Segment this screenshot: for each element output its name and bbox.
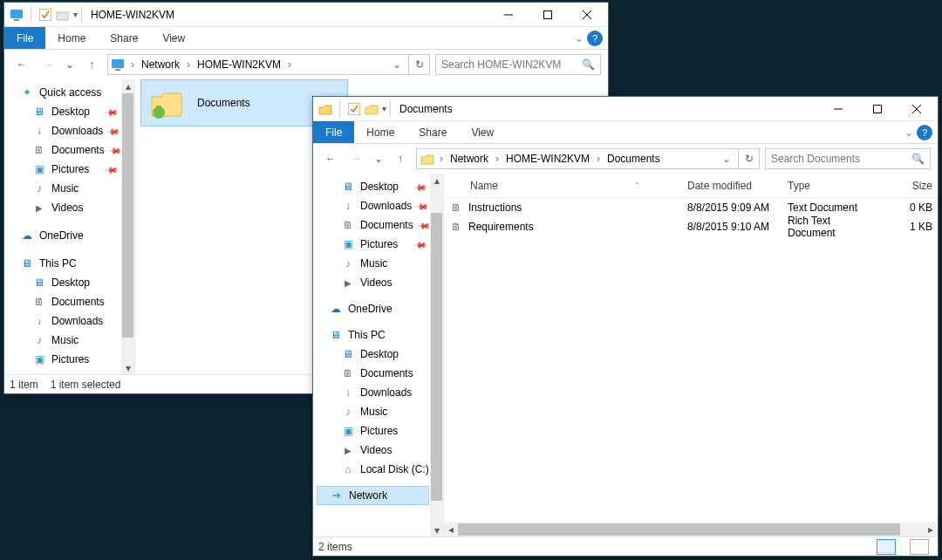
- nav-videos[interactable]: Videos: [8, 198, 134, 217]
- nav-desktop[interactable]: Desktop📌: [317, 177, 443, 196]
- scroll-thumb[interactable]: [431, 213, 442, 501]
- close-button[interactable]: [567, 3, 606, 27]
- title-bar[interactable]: ▾ HOME-WIN2KVM: [4, 3, 608, 27]
- nav-pc-music[interactable]: Music: [317, 402, 443, 421]
- nav-videos[interactable]: Videos: [317, 273, 443, 292]
- nav-pictures[interactable]: Pictures📌: [317, 235, 443, 254]
- horizontal-scrollbar[interactable]: ◂ ▸: [444, 522, 938, 536]
- nav-music[interactable]: Music: [317, 254, 443, 273]
- scroll-right-icon[interactable]: ▸: [924, 522, 938, 536]
- refresh-button[interactable]: ↻: [739, 148, 760, 169]
- title-bar[interactable]: ▾ Documents: [313, 97, 938, 121]
- chevron-right-icon[interactable]: ›: [438, 153, 445, 165]
- nav-pc-documents[interactable]: Documents: [8, 292, 134, 311]
- nav-documents[interactable]: Documents📌: [8, 140, 134, 160]
- column-name[interactable]: Nameˆ: [444, 180, 682, 192]
- ribbon-expand-icon[interactable]: ⌄: [571, 27, 587, 49]
- up-button[interactable]: ↑: [390, 148, 411, 169]
- forward-button[interactable]: →: [346, 148, 367, 169]
- nav-pc-downloads[interactable]: Downloads: [317, 383, 443, 402]
- new-folder-icon[interactable]: [56, 8, 70, 22]
- address-dropdown-icon[interactable]: ⌄: [719, 153, 734, 165]
- qat-dropdown-icon[interactable]: ▾: [382, 104, 386, 113]
- column-type[interactable]: Type: [782, 180, 885, 192]
- tab-view[interactable]: View: [459, 121, 506, 143]
- search-input[interactable]: Search HOME-WIN2KVM 🔍: [435, 54, 601, 75]
- scroll-thumb[interactable]: [122, 93, 133, 338]
- qat-dropdown-icon[interactable]: ▾: [73, 10, 78, 19]
- address-bar[interactable]: › Network › HOME-WIN2KVM › Documents ⌄: [416, 148, 739, 169]
- column-size[interactable]: Size: [885, 180, 938, 192]
- nav-pc-videos[interactable]: Videos: [317, 440, 443, 460]
- chevron-right-icon[interactable]: ›: [185, 58, 192, 71]
- maximize-button[interactable]: [857, 97, 897, 121]
- chevron-right-icon[interactable]: ›: [286, 58, 293, 71]
- nav-quick-access[interactable]: Quick access: [8, 83, 134, 102]
- nav-pc-documents[interactable]: Documents: [317, 364, 443, 383]
- nav-downloads[interactable]: Downloads📌: [317, 196, 443, 215]
- nav-desktop[interactable]: Desktop📌: [8, 102, 134, 121]
- nav-pc-pictures[interactable]: Pictures: [317, 421, 443, 440]
- help-button[interactable]: ?: [917, 125, 932, 140]
- nav-pc-pictures[interactable]: Pictures: [8, 350, 134, 369]
- back-button[interactable]: ←: [11, 54, 32, 75]
- back-button[interactable]: ←: [320, 148, 341, 169]
- nav-network[interactable]: Network: [317, 486, 429, 505]
- tab-file[interactable]: File: [313, 121, 354, 143]
- refresh-button[interactable]: ↻: [409, 54, 430, 75]
- nav-music[interactable]: Music: [8, 179, 134, 198]
- scroll-up-icon[interactable]: ▴: [121, 79, 134, 92]
- search-input[interactable]: Search Documents 🔍: [765, 148, 931, 169]
- minimize-button[interactable]: [488, 3, 528, 27]
- nav-pictures[interactable]: Pictures📌: [8, 160, 134, 179]
- tab-view[interactable]: View: [150, 27, 197, 49]
- new-folder-icon[interactable]: [365, 102, 379, 116]
- crumb-host[interactable]: HOME-WIN2KVM: [504, 153, 591, 165]
- help-button[interactable]: ?: [587, 31, 603, 46]
- maximize-button[interactable]: [528, 3, 567, 27]
- scroll-thumb[interactable]: [458, 523, 900, 536]
- chevron-right-icon[interactable]: ›: [494, 153, 501, 165]
- nav-onedrive[interactable]: OneDrive: [317, 299, 443, 318]
- nav-local-disk[interactable]: Local Disk (C:): [317, 460, 443, 479]
- address-dropdown-icon[interactable]: ⌄: [389, 58, 405, 71]
- nav-this-pc[interactable]: This PC: [8, 254, 134, 273]
- tab-home[interactable]: Home: [45, 27, 98, 49]
- scrollbar[interactable]: ▴ ▾: [121, 79, 134, 374]
- forward-button[interactable]: →: [38, 54, 58, 75]
- scroll-down-icon[interactable]: ▾: [121, 361, 134, 374]
- column-date[interactable]: Date modified: [682, 180, 782, 192]
- minimize-button[interactable]: [818, 97, 857, 121]
- tab-file[interactable]: File: [4, 27, 45, 49]
- tab-share[interactable]: Share: [98, 27, 150, 49]
- crumb-folder[interactable]: Documents: [605, 153, 662, 165]
- nav-pc-music[interactable]: Music: [8, 331, 134, 350]
- crumb-network[interactable]: Network: [140, 58, 181, 71]
- file-row[interactable]: Requirements8/8/2015 9:10 AMRich Text Do…: [444, 217, 938, 236]
- details-view-button[interactable]: [877, 539, 896, 555]
- nav-downloads[interactable]: Downloads📌: [8, 121, 134, 140]
- scroll-down-icon[interactable]: ▾: [430, 523, 443, 536]
- address-bar[interactable]: › Network › HOME-WIN2KVM › ⌄: [107, 54, 409, 75]
- crumb-host[interactable]: HOME-WIN2KVM: [195, 58, 283, 71]
- nav-pc-downloads[interactable]: Downloads: [8, 311, 134, 331]
- scroll-left-icon[interactable]: ◂: [444, 522, 458, 536]
- scroll-up-icon[interactable]: ▴: [430, 174, 443, 187]
- crumb-network[interactable]: Network: [448, 153, 490, 165]
- chevron-right-icon[interactable]: ›: [129, 58, 136, 71]
- tab-share[interactable]: Share: [406, 121, 459, 143]
- ribbon-expand-icon[interactable]: ⌄: [901, 121, 917, 143]
- properties-icon[interactable]: [38, 8, 52, 22]
- up-button[interactable]: ↑: [81, 54, 102, 75]
- close-button[interactable]: [897, 97, 936, 121]
- tab-home[interactable]: Home: [354, 121, 406, 143]
- large-icons-view-button[interactable]: [910, 539, 929, 555]
- properties-icon[interactable]: [347, 102, 361, 116]
- recent-dropdown-icon[interactable]: ⌄: [64, 54, 76, 75]
- chevron-right-icon[interactable]: ›: [595, 153, 602, 165]
- nav-onedrive[interactable]: OneDrive: [8, 226, 134, 245]
- nav-documents[interactable]: Documents📌: [317, 215, 443, 235]
- nav-pc-desktop[interactable]: Desktop: [8, 273, 134, 292]
- nav-pc-desktop[interactable]: Desktop: [317, 345, 443, 364]
- nav-this-pc[interactable]: This PC: [317, 325, 443, 345]
